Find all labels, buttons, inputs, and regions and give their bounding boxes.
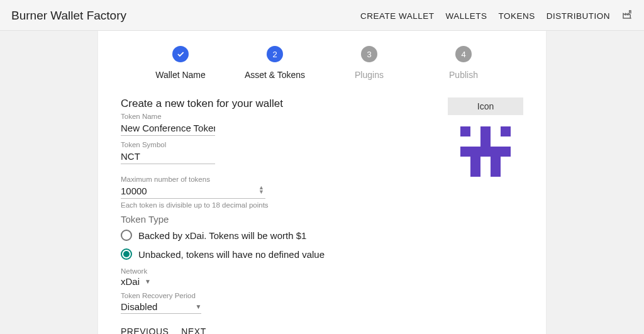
nav-create-wallet[interactable]: CREATE WALLET	[360, 11, 435, 21]
token-name-input[interactable]	[121, 121, 215, 136]
app-header: Burner Wallet Factory CREATE WALLET WALL…	[0, 0, 644, 31]
svg-rect-4	[460, 147, 511, 157]
stepper: Wallet Name 2 Asset & Tokens 3 Plugins 4…	[121, 42, 523, 97]
nav-tokens[interactable]: TOKENS	[498, 11, 535, 21]
step-active-icon: 2	[267, 46, 283, 62]
label-recovery: Token Recovery Period	[121, 292, 423, 299]
max-tokens-helper: Each token is divisible up to 18 decimal…	[121, 201, 423, 209]
radio-backed-label: Backed by xDai. Tokens will be worth $1	[138, 230, 306, 241]
radio-backed[interactable]: Backed by xDai. Tokens will be worth $1	[121, 230, 423, 241]
step-publish[interactable]: 4 Publish	[416, 46, 511, 80]
icon-preview-panel: Icon	[448, 97, 523, 334]
svg-rect-8	[491, 167, 501, 177]
number-stepper-icon[interactable]: ▲▼	[258, 186, 264, 194]
radio-icon-selected	[121, 248, 132, 260]
step-todo-icon: 3	[361, 46, 377, 62]
step-label: Plugins	[355, 70, 384, 80]
step-todo-icon: 4	[455, 46, 472, 62]
label-network: Network	[121, 267, 423, 275]
label-max-tokens: Maximum number of tokens	[121, 175, 423, 183]
svg-rect-6	[491, 157, 501, 167]
radio-icon	[121, 230, 132, 241]
previous-button[interactable]: PREVIOUS	[121, 326, 169, 334]
next-button[interactable]: NEXT	[181, 326, 206, 334]
label-token-symbol: Token Symbol	[121, 141, 215, 148]
token-type-heading: Token Type	[121, 214, 423, 225]
network-value: xDai	[121, 276, 140, 287]
field-recovery: Token Recovery Period Disabled ▼	[121, 292, 423, 314]
step-label: Asset & Tokens	[245, 70, 305, 80]
radio-unbacked-label: Unbacked, tokens will have no defined va…	[138, 249, 325, 260]
recovery-value: Disabled	[121, 301, 157, 312]
step-wallet-name[interactable]: Wallet Name	[133, 46, 228, 80]
field-network: Network xDai ▼	[121, 267, 423, 287]
network-select[interactable]: xDai ▼	[121, 276, 423, 287]
svg-rect-7	[470, 167, 480, 177]
nav-distribution[interactable]: DISTRIBUTION	[547, 11, 610, 21]
nav-bar: CREATE WALLET WALLETS TOKENS DISTRIBUTIO…	[360, 9, 633, 23]
svg-rect-0	[460, 126, 470, 136]
radio-unbacked[interactable]: Unbacked, tokens will have no defined va…	[121, 248, 423, 260]
factory-icon[interactable]	[621, 9, 633, 23]
field-token-name: Token Name	[121, 113, 215, 136]
brand-title: Burner Wallet Factory	[11, 9, 126, 23]
wizard-card: Wallet Name 2 Asset & Tokens 3 Plugins 4…	[98, 31, 546, 334]
field-max-tokens: Maximum number of tokens ▲▼ Each token i…	[121, 175, 423, 209]
field-token-symbol: Token Symbol	[121, 141, 215, 164]
icon-preview-label: Icon	[448, 97, 523, 115]
form-title: Create a new token for your wallet	[121, 97, 423, 110]
svg-rect-3	[480, 136, 491, 147]
token-form: Create a new token for your wallet Token…	[121, 97, 423, 334]
nav-wallets[interactable]: WALLETS	[445, 11, 487, 21]
recovery-select[interactable]: Disabled ▼	[121, 301, 201, 314]
max-tokens-input[interactable]	[121, 184, 265, 199]
wizard-buttons: PREVIOUS NEXT	[121, 319, 423, 334]
label-token-name: Token Name	[121, 113, 215, 120]
token-symbol-input[interactable]	[121, 150, 215, 164]
step-label: Publish	[449, 70, 478, 80]
step-done-icon	[172, 46, 189, 62]
step-asset-tokens[interactable]: 2 Asset & Tokens	[228, 46, 322, 80]
token-blockie-icon[interactable]	[448, 126, 523, 179]
svg-rect-5	[470, 157, 480, 167]
dropdown-icon: ▼	[195, 303, 201, 310]
step-plugins[interactable]: 3 Plugins	[322, 46, 416, 80]
svg-rect-1	[480, 126, 491, 136]
dropdown-icon: ▼	[145, 278, 151, 285]
step-label: Wallet Name	[155, 70, 206, 80]
svg-rect-2	[501, 126, 511, 136]
